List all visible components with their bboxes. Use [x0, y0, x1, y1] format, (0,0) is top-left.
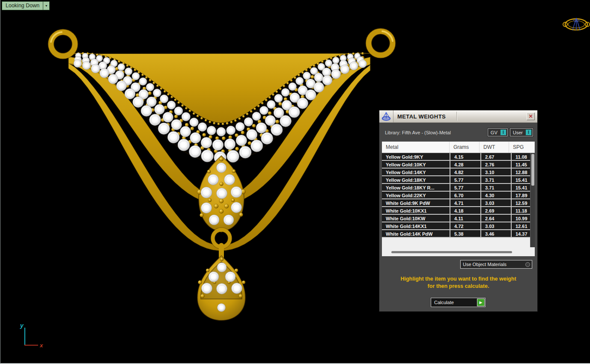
table-row[interactable]: White Gold:9K PdW4.713.0312.59 — [382, 199, 530, 207]
table-cell: White Gold:14K PdW — [382, 230, 450, 237]
table-cell: 2.64 — [481, 215, 511, 222]
metal-weights-dialog: METAL WEIGHTS ✕ Library: Fifth Ave - (Sl… — [379, 110, 538, 312]
right-bail-ring — [366, 28, 396, 58]
column-header[interactable]: Grams — [450, 142, 480, 153]
table-cell: White Gold:14KX1 — [382, 222, 450, 229]
calculate-label: Calculate — [431, 300, 477, 305]
calculate-go-icon: ▶ — [477, 299, 485, 306]
table-row[interactable]: White Gold:14K PdW5.383.4614.37 — [382, 230, 530, 238]
vertical-scrollbar[interactable] — [530, 153, 535, 247]
table-cell: 2.69 — [481, 207, 511, 214]
table-cell: 4.72 — [450, 222, 480, 229]
table-row[interactable]: White Gold:10KX14.182.6911.18 — [382, 207, 530, 215]
3d-viewport[interactable]: y x Looking Down ▼ METAL WEIGHTS ✕ Libra… — [0, 0, 590, 364]
gv-toggle-state: I — [501, 130, 506, 135]
table-cell: Yellow Gold:18KY — [382, 176, 450, 183]
horizontal-scrollbar[interactable] — [382, 247, 535, 256]
table-row[interactable]: White Gold:10KW4.112.6410.99 — [382, 215, 530, 222]
table-cell: 17.89 — [512, 192, 530, 198]
use-object-materials-label: Use Object Materials — [463, 262, 507, 267]
instruction-text: Highlight the item you want to find the … — [379, 275, 537, 290]
table-cell: 5.77 — [450, 176, 480, 183]
table-cell: 12.88 — [512, 169, 530, 175]
scale-icon — [379, 110, 393, 122]
table-cell: 3.03 — [481, 222, 511, 229]
table-cell: 6.70 — [450, 192, 480, 198]
teardrop-dangle — [197, 256, 245, 320]
gv-label: GV — [491, 130, 498, 135]
viewport-name-dropdown[interactable]: Looking Down ▼ — [2, 1, 50, 10]
table-row[interactable]: Yellow Gold:18KY5.773.7115.41 — [382, 176, 530, 184]
table-cell: 12.61 — [512, 222, 530, 229]
table-cell: 4.11 — [450, 215, 480, 222]
vertical-scrollbar-thumb[interactable] — [531, 154, 534, 186]
dialog-title: METAL WEIGHTS — [397, 113, 446, 120]
table-row[interactable]: Yellow Gold:22KY6.704.3017.89 — [382, 192, 530, 199]
table-cell: 2.76 — [481, 161, 511, 168]
table-row[interactable]: Yellow Gold:18KY R...5.773.7115.41 — [382, 184, 530, 192]
library-label: Library: Fifth Ave - (Slow)-Metal — [385, 130, 451, 135]
column-header[interactable]: SPG — [509, 142, 535, 153]
gv-toggle-button[interactable]: GV I — [488, 128, 508, 136]
table-cell: White Gold:10KW — [382, 215, 450, 222]
user-label: User — [513, 130, 523, 135]
table-cell: 4.71 — [450, 199, 480, 206]
table-cell: Yellow Gold:22KY — [382, 192, 450, 198]
table-cell: 15.41 — [512, 176, 530, 183]
table-cell: 3.46 — [481, 230, 511, 237]
use-object-materials-button[interactable]: Use Object Materials — [460, 260, 532, 269]
table-cell: Yellow Gold:14KY — [382, 169, 450, 175]
table-cell: Yellow Gold:9KY — [382, 153, 450, 160]
dialog-title-bar[interactable]: METAL WEIGHTS ✕ — [379, 110, 537, 123]
y-axis-label: y — [20, 322, 24, 329]
table-cell: 4.82 — [450, 169, 480, 175]
table-cell: White Gold:9K PdW — [382, 199, 450, 206]
center-marquise-cluster — [197, 156, 246, 232]
table-cell: 5.77 — [450, 184, 480, 191]
table-cell: 3.71 — [481, 184, 511, 191]
table-cell: 4.28 — [450, 161, 480, 168]
table-cell: 10.99 — [512, 215, 530, 222]
instruction-line-1: Highlight the item you want to find the … — [379, 275, 537, 283]
table-row[interactable]: Yellow Gold:9KY4.152.6711.08 — [382, 153, 530, 161]
table-body: Yellow Gold:9KY4.152.6711.08Yellow Gold:… — [382, 153, 530, 238]
instruction-line-2: for then press calculate. — [379, 283, 537, 290]
table-cell: 3.71 — [481, 176, 511, 183]
viewport-name: Looking Down — [2, 2, 43, 10]
column-header[interactable]: DWT — [480, 142, 509, 153]
table-cell: White Gold:10KX1 — [382, 207, 450, 214]
table-cell: 5.38 — [450, 230, 480, 237]
table-row[interactable]: White Gold:14KX14.723.0312.61 — [382, 222, 530, 230]
user-toggle-state: I — [526, 130, 531, 135]
x-axis-label: x — [39, 342, 43, 349]
mini-ring-icon — [563, 18, 590, 30]
table-header-row: MetalGramsDWTSPG — [382, 142, 535, 153]
table-cell: 4.30 — [481, 192, 511, 198]
table-cell: Yellow Gold:10KY — [382, 161, 450, 168]
table-cell: 3.03 — [481, 199, 511, 206]
gold-pendant-model[interactable] — [48, 28, 396, 320]
table-cell: 11.08 — [512, 153, 530, 160]
table-cell: 11.45 — [512, 161, 530, 168]
calculate-button[interactable]: Calculate ▶ — [431, 298, 486, 307]
table-cell: 3.10 — [481, 169, 511, 175]
left-bail-ring — [48, 29, 78, 59]
axis-indicator: y x — [20, 322, 43, 349]
table-cell: 2.67 — [481, 153, 511, 160]
radio-circle-icon — [525, 262, 530, 267]
table-cell: Yellow Gold:18KY R... — [382, 184, 450, 191]
table-cell: 4.15 — [450, 153, 480, 160]
user-toggle-button[interactable]: User I — [510, 128, 533, 136]
table-cell: 14.37 — [512, 230, 530, 237]
chevron-down-icon[interactable]: ▼ — [43, 2, 49, 10]
column-header[interactable]: Metal — [382, 142, 450, 153]
table-row[interactable]: Yellow Gold:14KY4.823.1012.88 — [382, 169, 530, 176]
horizontal-scrollbar-thumb[interactable] — [391, 251, 512, 253]
metal-weights-table: MetalGramsDWTSPG Yellow Gold:9KY4.152.67… — [382, 142, 535, 256]
title-bar-divider — [456, 112, 457, 121]
table-cell: 12.59 — [512, 199, 530, 206]
table-cell: 11.18 — [512, 207, 530, 214]
table-cell: 15.41 — [512, 184, 530, 191]
close-icon[interactable]: ✕ — [527, 112, 535, 120]
table-row[interactable]: Yellow Gold:10KY4.282.7611.45 — [382, 161, 530, 169]
